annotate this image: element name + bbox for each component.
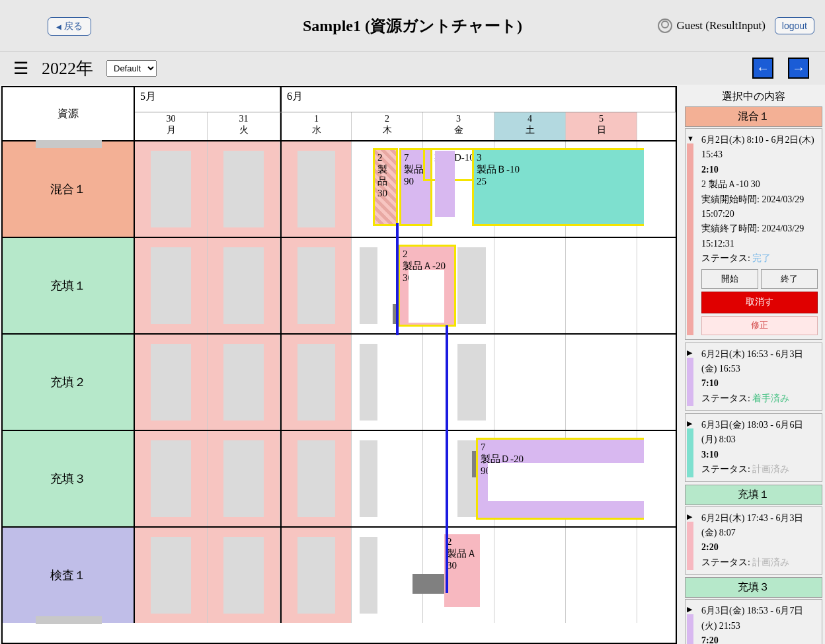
resource-row-fill3: 充填３ 7製品Ｄ-2090 bbox=[3, 430, 676, 526]
empty-slot bbox=[297, 151, 335, 227]
empty-slot bbox=[223, 537, 264, 614]
selection-item[interactable]: ▶6月3日(金) 18:53 - 6月7日(火) 21:537:20ステータス:… bbox=[685, 599, 822, 644]
selection-item[interactable]: ▶6月3日(金) 18:03 - 6月6日(月) 8:033:10ステータス: … bbox=[685, 413, 822, 482]
time-range: 6月3日(金) 18:53 - 6月7日(火) 21:53 bbox=[701, 604, 818, 633]
day-31: 31火 bbox=[208, 112, 280, 140]
resource-name: 充填３ bbox=[50, 471, 86, 487]
color-stripe bbox=[687, 143, 693, 335]
time-range: 6月2日(木) 16:53 - 6月3日(金) 16:53 bbox=[701, 347, 818, 377]
duration: 2:20 bbox=[701, 540, 818, 555]
selection-group-header: 混合１ bbox=[685, 106, 822, 127]
empty-slot bbox=[151, 151, 191, 227]
resource-name: 混合１ bbox=[50, 181, 86, 197]
row-cells: 2製品30 7製品90 製品D-10 3製品Ｂ-1025 bbox=[135, 141, 676, 237]
scroll-right-button[interactable]: → bbox=[788, 58, 809, 79]
dependency-line bbox=[396, 223, 399, 335]
day-1: 1水 bbox=[280, 112, 352, 140]
task-product-a-10[interactable]: 2製品30 bbox=[373, 148, 398, 226]
empty-slot bbox=[360, 537, 377, 614]
user-block: Guest (ResultInput) bbox=[658, 19, 766, 33]
resource-label-fill3[interactable]: 充填３ bbox=[3, 431, 135, 526]
row-cells: 7製品Ｄ-2090 bbox=[135, 431, 676, 526]
task-cutout bbox=[409, 270, 444, 323]
page-title: Sample1 (資源ガントチャート) bbox=[303, 15, 522, 36]
gantt-body: 混合１ 2製品30 7製品90 bbox=[3, 140, 676, 643]
selection-title: 選択中の内容 bbox=[685, 90, 822, 104]
task-cutout bbox=[488, 463, 644, 501]
expand-icon[interactable]: ▼ bbox=[687, 133, 694, 145]
empty-slot bbox=[360, 344, 377, 421]
expand-icon[interactable]: ▶ bbox=[687, 604, 692, 616]
duration: 7:20 bbox=[701, 633, 818, 644]
empty-slot bbox=[151, 537, 191, 614]
expand-icon[interactable]: ▶ bbox=[687, 511, 692, 523]
day-5: 5日 bbox=[566, 112, 637, 140]
selection-item[interactable]: ▶6月2日(木) 17:43 - 6月3日(金) 8:072:20ステータス: … bbox=[685, 506, 822, 575]
cancel-button[interactable]: 取消す bbox=[701, 292, 818, 313]
empty-slot bbox=[223, 344, 264, 421]
fix-button[interactable]: 修正 bbox=[701, 316, 818, 335]
empty-slot bbox=[151, 247, 191, 324]
empty-slot bbox=[360, 440, 377, 517]
row-cells: 2製品Ａ-2030 bbox=[135, 238, 676, 333]
month-may: 5月 bbox=[135, 87, 280, 112]
empty-slot bbox=[297, 344, 335, 421]
menu-icon[interactable]: ☰ bbox=[13, 58, 28, 79]
preset-select[interactable]: Default bbox=[106, 60, 157, 77]
empty-slot bbox=[457, 247, 486, 324]
start-button[interactable]: 開始 bbox=[701, 269, 758, 290]
resource-name: 充填１ bbox=[50, 278, 86, 294]
selection-group-header: 充填３ bbox=[685, 577, 822, 598]
task-overlay bbox=[435, 151, 455, 217]
selection-item[interactable]: ▼6月2日(木) 8:10 - 6月2日(木) 15:432:102 製品Ａ-1… bbox=[685, 128, 822, 340]
empty-slot bbox=[151, 440, 191, 517]
expand-icon[interactable]: ▶ bbox=[687, 418, 692, 430]
day-2: 2木 bbox=[352, 112, 423, 140]
task-footer-block bbox=[412, 574, 446, 594]
time-range: 6月2日(木) 8:10 - 6月2日(木) 15:43 bbox=[701, 133, 818, 163]
color-stripe bbox=[687, 428, 693, 477]
logout-button[interactable]: logout bbox=[775, 17, 814, 34]
expand-icon[interactable]: ▶ bbox=[687, 347, 692, 359]
year-label: 2022年 bbox=[42, 57, 93, 80]
resource-label-fill2[interactable]: 充填２ bbox=[3, 335, 135, 430]
dependency-line bbox=[446, 325, 448, 593]
color-stripe bbox=[687, 614, 693, 644]
empty-slot bbox=[223, 247, 264, 324]
day-3: 3金 bbox=[423, 112, 494, 140]
drag-handle-icon[interactable] bbox=[36, 616, 102, 624]
main: 資源 5月 6月 30月 31火 1水 2木 3金 4土 5日 混合１ bbox=[0, 85, 825, 644]
day-4: 4土 bbox=[494, 112, 566, 140]
resource-label-mix1[interactable]: 混合１ bbox=[3, 141, 135, 237]
resource-label-insp1[interactable]: 検査１ bbox=[3, 528, 135, 623]
duration: 2:10 bbox=[701, 163, 818, 177]
drag-handle-icon[interactable] bbox=[36, 140, 102, 148]
empty-slot bbox=[223, 151, 264, 227]
user-icon bbox=[658, 19, 672, 33]
time-range: 6月2日(木) 17:43 - 6月3日(金) 8:07 bbox=[701, 511, 818, 541]
selection-item[interactable]: ▶6月2日(木) 16:53 - 6月3日(金) 16:537:10ステータス:… bbox=[685, 342, 822, 411]
duration: 3:10 bbox=[701, 448, 818, 462]
resource-column-header: 資源 bbox=[3, 87, 135, 140]
resource-row-fill2: 充填２ bbox=[3, 333, 676, 430]
duration: 7:10 bbox=[701, 376, 818, 391]
status-row: ステータス: 計画済み bbox=[701, 462, 818, 477]
status-value: 計画済み bbox=[752, 557, 789, 567]
color-stripe bbox=[687, 358, 693, 407]
resource-name: 充填２ bbox=[50, 374, 86, 390]
row-cells bbox=[135, 335, 676, 430]
back-button[interactable]: 戻る bbox=[48, 17, 91, 36]
status-value: 計画済み bbox=[752, 464, 789, 474]
month-june: 6月 bbox=[280, 87, 676, 112]
end-button[interactable]: 終了 bbox=[761, 269, 818, 290]
empty-slot bbox=[457, 344, 486, 421]
resource-label-fill1[interactable]: 充填１ bbox=[3, 238, 135, 333]
scroll-left-button[interactable]: ← bbox=[752, 58, 773, 79]
status-row: ステータス: 着手済み bbox=[701, 391, 818, 406]
task-product-b-10[interactable]: 3製品Ｂ-1025 bbox=[472, 148, 644, 226]
actual-start: 実績開始時間: 2024/03/29 15:07:20 bbox=[701, 192, 818, 222]
task-desc: 2 製品Ａ-10 30 bbox=[701, 177, 818, 192]
task-product-a-insp[interactable]: 2製品Ａ30 bbox=[444, 534, 480, 607]
empty-slot bbox=[297, 537, 335, 614]
gantt-chart[interactable]: 資源 5月 6月 30月 31火 1水 2木 3金 4土 5日 混合１ bbox=[1, 86, 677, 644]
